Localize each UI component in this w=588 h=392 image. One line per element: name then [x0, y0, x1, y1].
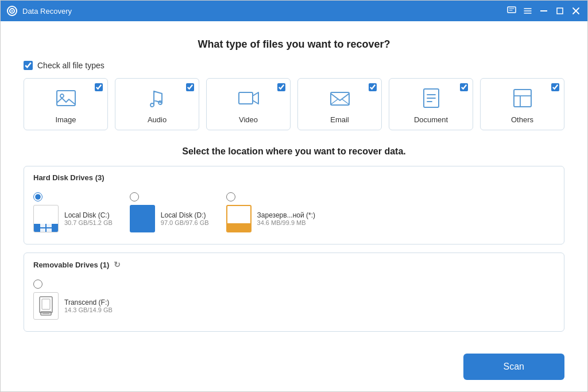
window-controls — [506, 5, 582, 17]
audio-icon — [145, 86, 170, 111]
file-type-others[interactable]: Others — [480, 78, 564, 130]
svg-rect-19 — [42, 299, 50, 309]
document-checkbox[interactable] — [460, 83, 468, 91]
svg-rect-17 — [47, 228, 52, 232]
drive-c-size: 30.7 GB/51.2 GB — [64, 219, 113, 226]
maximize-button[interactable] — [554, 5, 566, 17]
svg-point-7 — [60, 94, 64, 98]
audio-checkbox[interactable] — [186, 83, 194, 91]
drive-d-icon — [130, 205, 155, 232]
drive-d-size: 97.0 GB/97.6 GB — [161, 219, 209, 226]
file-type-image[interactable]: Image — [24, 78, 108, 130]
svg-rect-16 — [40, 228, 45, 232]
image-checkbox[interactable] — [95, 83, 103, 91]
drive-c[interactable]: Local Disk (C:) 30.7 GB/51.2 GB — [33, 192, 113, 232]
drive-f-info: Transcend (F:) 14.3 GB/14.9 GB — [33, 292, 113, 320]
drive-d-name: Local Disk (D:) — [161, 211, 209, 219]
drive-d-info: Local Disk (D:) 97.0 GB/97.6 GB — [130, 205, 209, 232]
drive-c-icon — [33, 205, 59, 232]
check-all-label: Check all file types — [37, 61, 105, 70]
email-checkbox[interactable] — [369, 83, 377, 91]
svg-rect-3 — [508, 7, 516, 13]
svg-point-8 — [150, 103, 154, 107]
refresh-icon[interactable]: ↻ — [114, 260, 121, 269]
file-type-section: What type of files you want to recover? … — [24, 38, 564, 146]
drive-f-size: 14.3 GB/14.9 GB — [64, 306, 113, 313]
svg-rect-4 — [540, 10, 547, 11]
feedback-icon[interactable] — [506, 5, 517, 17]
footer: Scan — [1, 347, 587, 391]
scan-button[interactable]: Scan — [463, 354, 564, 380]
hard-disk-header: Hard Disk Drives (3) — [33, 173, 555, 182]
removable-label: Removable Drives (1) — [33, 261, 109, 269]
drive-f-name: Transcend (F:) — [64, 298, 113, 306]
drive-reserved-radio[interactable] — [226, 192, 235, 201]
email-icon — [327, 86, 353, 111]
drive-c-radio[interactable] — [33, 192, 42, 201]
app-icon — [6, 5, 18, 17]
close-button[interactable] — [570, 5, 582, 17]
svg-rect-11 — [331, 92, 349, 105]
location-section: Select the location where you want to re… — [24, 146, 564, 332]
removable-list: Transcend (F:) 14.3 GB/14.9 GB — [33, 277, 555, 324]
check-all-checkbox[interactable] — [24, 61, 33, 70]
drive-reserved-text: Зарезерв...ной (*:) 34.6 MB/99.9 MB — [257, 211, 315, 226]
others-label: Others — [511, 115, 533, 124]
drive-reserved-icon — [226, 205, 252, 232]
others-checkbox[interactable] — [551, 83, 559, 91]
file-section-title: What type of files you want to recover? — [24, 38, 564, 51]
removable-header: Removable Drives (1) ↻ — [33, 260, 555, 269]
drive-reserved-name: Зарезерв...ной (*:) — [257, 211, 315, 219]
drive-f-radio[interactable] — [33, 280, 42, 289]
main-content: What type of files you want to recover? … — [1, 21, 587, 347]
file-type-audio[interactable]: Audio — [115, 78, 199, 130]
location-section-title: Select the location where you want to re… — [24, 146, 564, 157]
audio-label: Audio — [148, 115, 167, 124]
svg-rect-14 — [40, 224, 45, 227]
removable-section: Removable Drives (1) ↻ — [24, 253, 564, 332]
video-icon — [236, 86, 261, 111]
document-icon — [419, 86, 444, 111]
document-label: Document — [414, 115, 448, 124]
drive-reserved[interactable]: Зарезерв...ной (*:) 34.6 MB/99.9 MB — [226, 192, 315, 232]
drive-reserved-size: 34.6 MB/99.9 MB — [257, 219, 315, 226]
drive-f-icon — [33, 292, 59, 320]
svg-point-2 — [11, 10, 13, 12]
file-type-document[interactable]: Document — [389, 78, 473, 130]
hard-disk-section: Hard Disk Drives (3) — [24, 166, 564, 244]
menu-icon[interactable] — [522, 5, 533, 17]
svg-rect-13 — [514, 90, 531, 107]
svg-rect-10 — [239, 92, 253, 104]
svg-rect-15 — [47, 224, 52, 227]
image-icon — [53, 86, 79, 111]
svg-rect-21 — [42, 313, 49, 314]
hard-disk-list: Local Disk (C:) 30.7 GB/51.2 GB — [33, 190, 555, 237]
drive-f[interactable]: Transcend (F:) 14.3 GB/14.9 GB — [33, 280, 113, 320]
svg-rect-6 — [57, 91, 75, 106]
window-title: Data Recovery — [22, 7, 506, 15]
video-checkbox[interactable] — [277, 83, 285, 91]
svg-rect-5 — [557, 8, 563, 14]
drive-reserved-info: Зарезерв...ной (*:) 34.6 MB/99.9 MB — [226, 205, 315, 232]
drive-c-text: Local Disk (C:) 30.7 GB/51.2 GB — [64, 211, 113, 226]
file-type-video[interactable]: Video — [206, 78, 291, 130]
drive-d[interactable]: Local Disk (D:) 97.0 GB/97.6 GB — [130, 192, 209, 232]
hard-disk-label: Hard Disk Drives (3) — [33, 173, 105, 182]
image-label: Image — [55, 115, 76, 124]
drive-c-name: Local Disk (C:) — [64, 211, 113, 219]
others-icon — [510, 86, 535, 111]
drive-c-info: Local Disk (C:) 30.7 GB/51.2 GB — [33, 205, 113, 232]
drive-d-radio[interactable] — [130, 192, 139, 201]
drive-f-text: Transcend (F:) 14.3 GB/14.9 GB — [64, 298, 113, 313]
minimize-button[interactable] — [538, 5, 550, 17]
video-label: Video — [239, 115, 258, 124]
check-all-row[interactable]: Check all file types — [24, 61, 564, 70]
main-window: Data Recovery — [0, 0, 588, 392]
file-type-email[interactable]: Email — [297, 78, 382, 130]
titlebar: Data Recovery — [1, 1, 587, 21]
email-label: Email — [330, 115, 349, 124]
file-types-list: Image Audio — [24, 78, 564, 130]
drive-d-text: Local Disk (D:) 97.0 GB/97.6 GB — [161, 211, 209, 226]
